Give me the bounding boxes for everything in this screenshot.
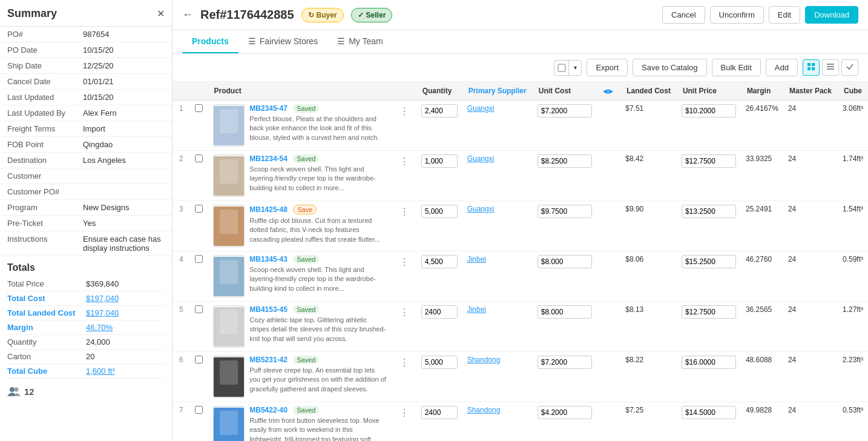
unit-price-input[interactable] [682,104,736,118]
row-menu-button[interactable]: ⋮ [397,406,412,420]
row-menu-button[interactable]: ⋮ [397,255,412,269]
save-to-catalog-button[interactable]: Save to Catalog [633,59,707,76]
product-code[interactable]: MB5231-42 [249,356,288,364]
tab-products[interactable]: Products [182,30,238,53]
row-checkbox[interactable] [195,104,203,112]
quantity-cell [416,251,462,302]
tab-fairview-stores[interactable]: ☰ Fairview Stores [238,30,327,53]
quantity-input[interactable] [421,205,458,218]
spacer-cell [597,302,620,352]
product-code[interactable]: MB5422-40 [249,406,288,414]
select-all-dropdown[interactable]: ▾ [554,60,582,76]
supplier-link[interactable]: Jinbei [467,255,486,264]
supplier-link[interactable]: Jinbei [467,305,486,314]
quantity-input[interactable] [421,305,458,319]
totals-link[interactable]: $197,040 [86,294,119,303]
svg-rect-4 [812,63,815,66]
product-code[interactable]: MB1345-43 [249,255,288,264]
row-menu-button[interactable]: ⋮ [397,356,412,370]
totals-link[interactable]: 1,600 ft³ [86,366,115,376]
list-view-button[interactable] [822,59,839,76]
row-menu-button[interactable]: ⋮ [397,205,412,219]
row-menu-button[interactable]: ⋮ [397,104,412,118]
edit-button[interactable]: Edit [769,6,800,24]
row-checkbox[interactable] [195,255,203,263]
row-checkbox[interactable] [195,406,203,414]
cancel-button[interactable]: Cancel [662,6,705,24]
select-all-checkbox[interactable] [554,61,569,75]
grid-view-button[interactable] [803,59,820,76]
add-button[interactable]: Add [766,59,798,76]
quantity-input[interactable] [421,154,458,168]
summary-value [76,168,172,184]
supplier-link[interactable]: Guangxi [467,205,495,213]
unit-price-input[interactable] [682,255,736,268]
buyer-icon: ↻ [308,11,314,19]
summary-value: 10/15/20 [76,90,172,105]
unit-price-input[interactable] [682,154,736,168]
product-code[interactable]: MB2345-47 [249,104,288,113]
landed-cost-cell: $8.42 [620,151,677,201]
unconfirm-button[interactable]: Unconfirm [710,6,764,24]
quantity-input[interactable] [421,356,458,369]
row-checkbox-cell [190,352,208,402]
supplier-link[interactable]: Shandong [467,406,501,414]
tabs: Products ☰ Fairview Stores ☰ My Team [173,30,868,54]
unit-cost-input[interactable] [538,255,592,268]
row-checkbox[interactable] [195,305,203,313]
quantity-input[interactable] [421,255,458,268]
totals-link[interactable]: 46.70% [86,323,113,332]
product-code[interactable]: MB1234-54 [249,154,288,163]
close-sidebar-button[interactable]: ✕ [157,8,165,19]
unit-cost-input[interactable] [538,356,592,369]
check-view-button[interactable] [841,59,858,76]
unit-price-input[interactable] [682,356,736,369]
sort-right-arrow[interactable]: ▶ [608,88,613,94]
supplier-link[interactable]: Guangxi [467,104,495,113]
col-primary-supplier[interactable]: Primary Supplier [462,82,533,101]
quantity-input[interactable] [421,406,458,419]
select-all-chevron[interactable]: ▾ [569,61,581,75]
seller-icon: ✓ [358,11,364,19]
supplier-cell: Jinbei [462,251,533,302]
summary-row: Customer PO# [0,184,172,200]
unit-price-input[interactable] [682,205,736,218]
totals-link[interactable]: $197,040 [86,308,119,317]
unit-cost-input[interactable] [538,154,592,168]
supplier-link[interactable]: Guangxi [467,154,495,163]
dots-menu-cell: ⋮ [392,151,416,201]
col-sort-arrows: ◀ ▶ [597,82,620,101]
summary-label: Ship Date [0,58,76,74]
supplier-link[interactable]: Shandong [467,356,501,364]
spacer-cell [597,402,620,442]
unit-cost-cell [533,402,597,442]
col-num [173,82,190,101]
margin-cell: 49.9828 [741,402,783,442]
export-button[interactable]: Export [587,59,628,76]
download-button[interactable]: Download [805,6,858,24]
product-code[interactable]: MB4153-45 [249,305,288,314]
unit-cost-input[interactable] [538,104,592,118]
tab-my-team-label: My Team [349,36,383,46]
view-toggle [803,59,858,76]
back-button[interactable]: ← [182,8,193,21]
quantity-input[interactable] [421,104,458,118]
sort-left-arrow[interactable]: ◀ [603,88,608,94]
landed-cost-raw: $9.90 [625,205,643,213]
unit-cost-input[interactable] [538,305,592,319]
unit-cost-input[interactable] [538,406,592,419]
product-code[interactable]: MB1425-48 [249,205,288,214]
row-checkbox[interactable] [195,356,203,363]
quantity-cell [416,352,462,402]
tab-my-team[interactable]: ☰ My Team [327,30,393,53]
product-cell: MB1345-43 Saved Scoop neck woven shell. … [208,251,392,302]
bulk-edit-button[interactable]: Bulk Edit [712,59,761,76]
unit-price-input[interactable] [682,406,736,419]
unit-cost-input[interactable] [538,205,592,218]
row-checkbox[interactable] [195,205,203,213]
checkbox-icon [557,64,566,72]
row-menu-button[interactable]: ⋮ [397,154,412,168]
row-checkbox[interactable] [195,154,203,162]
row-menu-button[interactable]: ⋮ [397,305,412,319]
unit-price-input[interactable] [682,305,736,319]
